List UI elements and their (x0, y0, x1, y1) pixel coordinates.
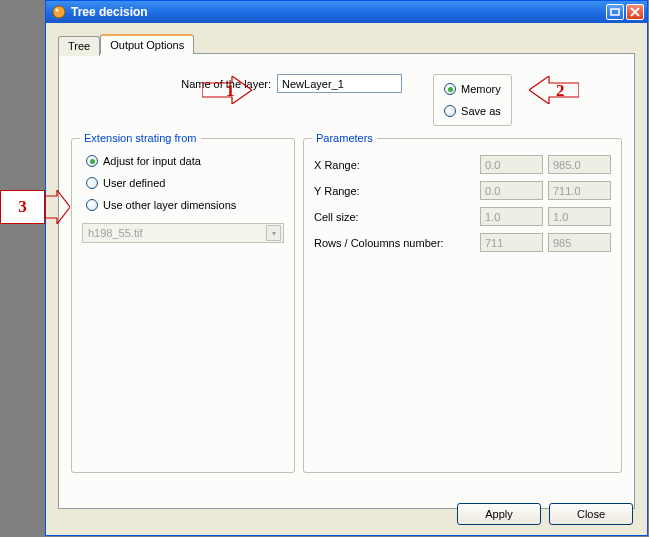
apply-button[interactable]: Apply (457, 503, 541, 525)
layer-combo: h198_55.tif ▾ (82, 223, 284, 243)
chevron-down-icon: ▾ (266, 225, 281, 241)
radio-icon (86, 199, 98, 211)
radio-user-defined[interactable]: User defined (86, 177, 284, 189)
output-options-panel: Name of the layer: Memory Save as Extens… (58, 53, 635, 509)
radio-adjust-label: Adjust for input data (103, 155, 201, 167)
xrange-min: 0.0 (480, 155, 543, 174)
annotation-label-3: 3 (0, 190, 45, 224)
close-window-button[interactable] (626, 4, 644, 20)
cellsize-label: Cell size: (314, 211, 475, 223)
titlebar[interactable]: Tree decision (46, 1, 647, 23)
radio-icon (444, 105, 456, 117)
client-area: Tree Output Options Name of the layer: M… (46, 23, 647, 535)
layer-combo-value: h198_55.tif (88, 227, 142, 239)
radio-user-label: User defined (103, 177, 165, 189)
radio-other-label: Use other layer dimensions (103, 199, 236, 211)
radio-other-layer[interactable]: Use other layer dimensions (86, 199, 284, 211)
svg-point-1 (56, 9, 59, 12)
radio-memory-label: Memory (461, 83, 501, 95)
radio-memory[interactable]: Memory (444, 83, 501, 95)
xrange-max: 985.0 (548, 155, 611, 174)
tree-decision-window: Tree decision Tree Output Options Name o… (45, 0, 648, 536)
yrange-label: Y Range: (314, 185, 475, 197)
radio-saveas-label: Save as (461, 105, 501, 117)
radio-saveas[interactable]: Save as (444, 105, 501, 117)
radio-icon (444, 83, 456, 95)
annotation-label-1: 1 (226, 81, 235, 101)
radio-icon (86, 155, 98, 167)
close-button[interactable]: Close (549, 503, 633, 525)
annotation-arrow-2 (529, 76, 579, 104)
annotation-arrow-3 (45, 190, 70, 224)
window-title: Tree decision (71, 5, 604, 19)
cellsize-y: 1.0 (548, 207, 611, 226)
rows-value: 711 (480, 233, 543, 252)
svg-point-0 (53, 6, 65, 18)
svg-rect-2 (611, 9, 619, 15)
columns: Extension strating from Adjust for input… (71, 138, 622, 473)
xrange-label: X Range: (314, 159, 475, 171)
storage-group: Memory Save as (433, 74, 512, 126)
yrange-min: 0.0 (480, 181, 543, 200)
button-bar: Apply Close (457, 503, 633, 525)
tab-tree[interactable]: Tree (58, 36, 100, 56)
annotation-label-2: 2 (556, 81, 565, 101)
app-icon (52, 5, 66, 19)
tabstrip: Tree Output Options (58, 34, 635, 54)
extent-legend: Extension strating from (80, 132, 201, 144)
radio-adjust[interactable]: Adjust for input data (86, 155, 284, 167)
layer-name-input[interactable] (277, 74, 402, 93)
radio-icon (86, 177, 98, 189)
parameters-fieldset: Parameters X Range: 0.0 985.0 Y Range: 0… (303, 138, 622, 473)
yrange-max: 711.0 (548, 181, 611, 200)
cols-value: 985 (548, 233, 611, 252)
tab-output-options[interactable]: Output Options (100, 34, 194, 54)
minimize-button[interactable] (606, 4, 624, 20)
extent-fieldset: Extension strating from Adjust for input… (71, 138, 295, 473)
rowscols-label: Rows / Coloumns number: (314, 237, 475, 249)
cellsize-x: 1.0 (480, 207, 543, 226)
parameters-legend: Parameters (312, 132, 377, 144)
